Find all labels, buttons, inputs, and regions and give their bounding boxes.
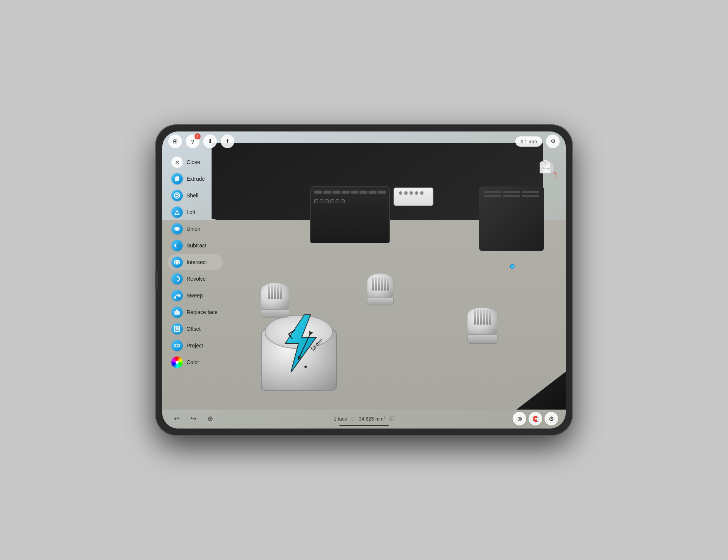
- subtract-label: Subtract: [187, 242, 206, 249]
- svg-point-21: [176, 227, 180, 231]
- undo-button[interactable]: ↩: [170, 412, 184, 425]
- area-value: 34.625 mm²: [359, 416, 385, 422]
- extrude-label: Extrude: [187, 176, 205, 182]
- top-bar-right: # 1 mm ⚙: [515, 135, 560, 148]
- svg-text:Front: Front: [543, 167, 550, 170]
- settings-icon: ⚙: [551, 138, 555, 145]
- project-icon: [171, 340, 183, 351]
- bottom-status: 1 face ⬡ 34.625 mm² ⓘ: [334, 415, 394, 422]
- scene-container: 13 mm: [162, 131, 566, 429]
- menu-item-union[interactable]: Union: [168, 221, 223, 237]
- indicator-dot: [510, 264, 515, 269]
- download-icon: ⬇: [208, 138, 213, 145]
- svg-rect-29: [174, 311, 180, 315]
- shell-icon: [171, 190, 183, 201]
- svg-point-6: [304, 366, 307, 368]
- ipad-device: 13 mm: [155, 125, 573, 435]
- screen: 13 mm: [162, 131, 566, 429]
- redo-icon: ↪: [191, 415, 196, 423]
- replace-face-icon: [171, 307, 183, 318]
- sweep-icon: [171, 290, 183, 301]
- menu-item-revolve[interactable]: Revolve: [168, 271, 223, 287]
- offset-icon: [171, 323, 183, 335]
- menu-item-extrude[interactable]: Extrude: [168, 171, 223, 187]
- side-notch: [155, 271, 158, 289]
- svg-point-27: [174, 297, 176, 299]
- bottom-bar: ↩ ↪ ⊕ 1 face ⬡ 34.625 mm² ⓘ: [162, 409, 566, 429]
- menu-item-shell[interactable]: Shell: [168, 188, 223, 203]
- close-label: Close: [187, 159, 200, 165]
- info-icon[interactable]: ⓘ: [389, 415, 394, 422]
- svg-text:Top: Top: [542, 161, 546, 164]
- extrude-icon: [171, 173, 183, 185]
- menu-item-offset[interactable]: Offset: [168, 321, 223, 337]
- loft-label: Loft: [187, 209, 195, 215]
- grid-size-pill[interactable]: # 1 mm: [515, 136, 542, 147]
- svg-point-16: [174, 193, 180, 198]
- svg-rect-32: [176, 327, 179, 330]
- top-bar: ⊞ ? ⬇ ⬆ # 1 mm ⚙: [162, 131, 566, 151]
- nav-cube[interactable]: Front Top X: [532, 155, 558, 181]
- menu-item-sweep[interactable]: Sweep: [168, 288, 223, 303]
- share-icon: ⬆: [225, 138, 230, 145]
- revolve-label: Revolve: [187, 276, 206, 282]
- undo-icon: ↩: [174, 415, 180, 423]
- area-separator: ⬡: [351, 416, 355, 422]
- headstock: [479, 186, 544, 251]
- small-knob-top[interactable]: [367, 273, 394, 307]
- shell-label: Shell: [187, 192, 198, 199]
- svg-marker-30: [176, 309, 179, 311]
- svg-text:X: X: [555, 176, 557, 179]
- loft-icon: [171, 206, 183, 218]
- download-button[interactable]: ⬇: [203, 135, 217, 148]
- svg-point-23: [176, 244, 180, 247]
- magnet-button[interactable]: 🧲: [529, 412, 542, 425]
- gear-button[interactable]: ⚙: [544, 412, 558, 425]
- svg-rect-28: [178, 294, 180, 297]
- menu-item-replace-face[interactable]: Replace face: [168, 304, 223, 320]
- revolve-icon: [171, 273, 183, 285]
- help-button[interactable]: ?: [186, 135, 199, 148]
- bottom-right-controls: ⊚ 🧲 ⚙: [513, 412, 558, 425]
- grid-icon: ⊞: [173, 138, 178, 145]
- color-label: Color: [187, 359, 199, 365]
- redo-button[interactable]: ↪: [187, 412, 200, 425]
- menu-item-subtract[interactable]: Subtract: [168, 238, 223, 253]
- bridge-component: [310, 186, 390, 243]
- project-label: Project: [187, 343, 203, 349]
- viewport[interactable]: 13 mm: [162, 131, 566, 429]
- side-panel: ✕ Close Extrude Shell: [168, 154, 223, 406]
- menu-item-color[interactable]: Color: [168, 354, 223, 370]
- svg-rect-15: [176, 176, 179, 179]
- svg-point-35: [176, 361, 179, 364]
- svg-point-17: [176, 194, 178, 197]
- menu-item-project[interactable]: Project: [168, 338, 223, 354]
- share-button[interactable]: ⬆: [221, 135, 234, 148]
- face-count: 1 face: [334, 416, 347, 422]
- magnet-icon: 🧲: [532, 416, 539, 422]
- intersect-icon: [171, 257, 183, 268]
- stacks-button[interactable]: ⊚: [513, 412, 526, 425]
- svg-marker-1: [286, 315, 316, 372]
- color-icon: [171, 357, 183, 368]
- main-knob[interactable]: 13 mm: [261, 307, 337, 391]
- menu-item-loft[interactable]: Loft: [168, 204, 223, 220]
- subtract-icon: [171, 240, 183, 251]
- grid-menu-button[interactable]: ⊞: [168, 135, 182, 148]
- top-bar-left: ⊞ ? ⬇ ⬆: [168, 135, 234, 148]
- sweep-label: Sweep: [187, 293, 203, 299]
- svg-line-12: [554, 172, 557, 175]
- stacks-icon: ⊚: [517, 415, 522, 422]
- union-label: Union: [187, 226, 201, 232]
- replace-face-label: Replace face: [187, 309, 218, 315]
- svg-marker-9: [551, 163, 554, 173]
- close-button[interactable]: ✕ Close: [168, 154, 223, 170]
- close-icon: ✕: [171, 156, 183, 168]
- small-knob-right[interactable]: [467, 307, 497, 345]
- lightning-bolt: 13 mm: [274, 313, 323, 374]
- intersect-label: Intersect: [187, 259, 207, 265]
- offset-label: Offset: [187, 326, 201, 332]
- menu-item-intersect[interactable]: Intersect: [168, 254, 223, 270]
- settings-top-button[interactable]: ⚙: [546, 135, 560, 148]
- layers-button[interactable]: ⊕: [203, 412, 217, 425]
